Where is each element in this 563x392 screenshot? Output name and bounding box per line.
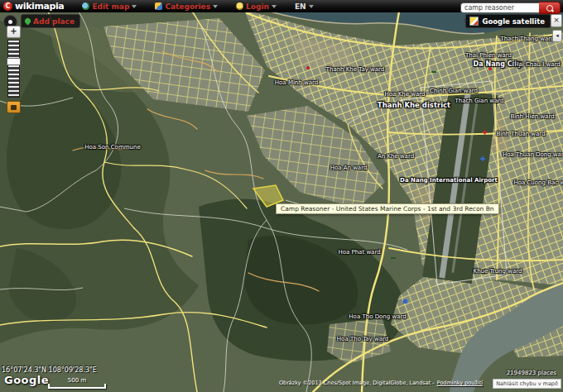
- menu-edit-map-label: Edit map: [92, 2, 129, 11]
- map-label-ward: An Khe ward: [378, 153, 414, 160]
- scale-bar: 500 m: [48, 377, 106, 389]
- map-attribution: Obrázky ©2013 Cnes/Spot Image, DigitalGl…: [279, 380, 483, 386]
- chevron-down-icon: [132, 5, 137, 8]
- chevron-down-icon: [213, 5, 218, 8]
- poi-marker-green-dash: [431, 71, 436, 73]
- map-label-airport: Da Nang International Airport: [400, 177, 498, 184]
- map-label-ward: Thanh Khe Tay ward: [326, 66, 385, 73]
- map-label-ward: Thai Phien ward: [465, 52, 512, 59]
- map-label-ward: Thach Gian ward: [455, 98, 503, 104]
- wikimapia-app: Thanh Binh ward Thach Thang ward Thai Ph…: [0, 0, 563, 392]
- terms-link[interactable]: Podmínky použití: [437, 380, 483, 386]
- poi-marker-blue: [403, 299, 407, 304]
- menu-language[interactable]: EN: [295, 2, 314, 11]
- wikimapia-logo-icon: C: [3, 2, 12, 11]
- map-label-ward: Khue Trung ward: [474, 268, 522, 275]
- report-error-button[interactable]: Nahlásit chybu v mapě: [493, 379, 561, 389]
- chevron-down-icon: [272, 5, 277, 8]
- map-label-ward: Chinh Gian ward: [430, 88, 478, 94]
- wikimapia-logo-text: wikimapia: [15, 1, 64, 12]
- edit-map-icon: [82, 2, 89, 10]
- menu-language-label: EN: [295, 2, 306, 11]
- map-type-label: Google satellite: [482, 17, 545, 26]
- search-input[interactable]: [460, 2, 539, 13]
- map-type-close-button[interactable]: ×: [551, 14, 562, 27]
- map-canvas[interactable]: [0, 0, 563, 392]
- map-label-ward: Hoa Tho Dong ward: [349, 313, 406, 320]
- scale-label: 500 m: [48, 377, 106, 384]
- wikimapia-logo[interactable]: C wikimapia: [3, 1, 64, 12]
- topbar: C wikimapia Edit map Categories Login EN: [0, 0, 563, 12]
- map-label-ward: Hoa An ward: [330, 165, 368, 171]
- zoom-in-button[interactable]: +: [7, 26, 21, 38]
- chevron-down-icon: [309, 5, 314, 8]
- map-label-ward: Binh Hien ward: [510, 113, 554, 120]
- poi-marker-green-dash: [391, 257, 396, 259]
- map-label-district: Thanh Khe district: [378, 101, 450, 109]
- map-label-commune: Hoa Son Commune: [84, 144, 140, 151]
- menu-edit-map[interactable]: Edit map: [82, 2, 137, 11]
- cursor-coordinates: 16°07'24.3"N 108°09'28.3"E: [2, 366, 97, 374]
- add-place-pin-icon: [24, 17, 32, 26]
- map-type-button[interactable]: Google satellite: [465, 14, 551, 28]
- map-label-ward: Hoa Thuan Dong ward: [503, 151, 563, 158]
- menu-login-label: Login: [246, 2, 269, 11]
- menu-categories[interactable]: Categories: [155, 2, 218, 11]
- menu-categories-label: Categories: [165, 2, 210, 11]
- zoom-control: +: [7, 26, 21, 113]
- map-mode-icon: [11, 105, 17, 110]
- search-box: [460, 2, 561, 14]
- google-logo: Google: [4, 374, 49, 386]
- places-count: 21949823 places: [507, 370, 556, 376]
- map-label-ward: Hoa Khe ward: [385, 91, 426, 98]
- login-icon: [236, 2, 243, 10]
- map-label-ward: Hoa Minh ward: [275, 79, 318, 86]
- search-button[interactable]: [539, 2, 561, 14]
- categories-icon: [155, 2, 162, 10]
- map-mode-button[interactable]: [7, 101, 21, 113]
- poi-marker-city-dot: [488, 67, 492, 70]
- place-tooltip: Camp Reasoner - United States Marine Cor…: [276, 203, 499, 214]
- zoom-slider-handle[interactable]: [7, 58, 21, 65]
- attribution-text: Obrázky ©2013 Cnes/Spot Image, DigitalGl…: [279, 380, 435, 386]
- add-place-button[interactable]: Add place: [21, 14, 80, 28]
- zoom-slider-track[interactable]: [7, 40, 20, 98]
- map-label-ward: Thach Thang ward: [501, 36, 555, 42]
- add-place-label: Add place: [33, 17, 75, 26]
- map-type-icon: [469, 17, 479, 26]
- panel-toggle-icon: [8, 20, 12, 24]
- map-label-ward: Hai Chau I ward: [514, 61, 561, 68]
- map-label-ward: Binh Thuan ward: [496, 131, 545, 137]
- scale-line: [48, 384, 106, 389]
- map-type-collapse-button[interactable]: ◂: [552, 30, 562, 42]
- map-label-ward: Hoa Phat ward: [338, 249, 380, 256]
- menu-login[interactable]: Login: [236, 2, 277, 11]
- map-label-ward: Hoa Tho Tay ward: [337, 336, 388, 342]
- search-icon: [546, 5, 553, 12]
- map-label-ward: Hoa Cuong Bac ward: [513, 179, 563, 186]
